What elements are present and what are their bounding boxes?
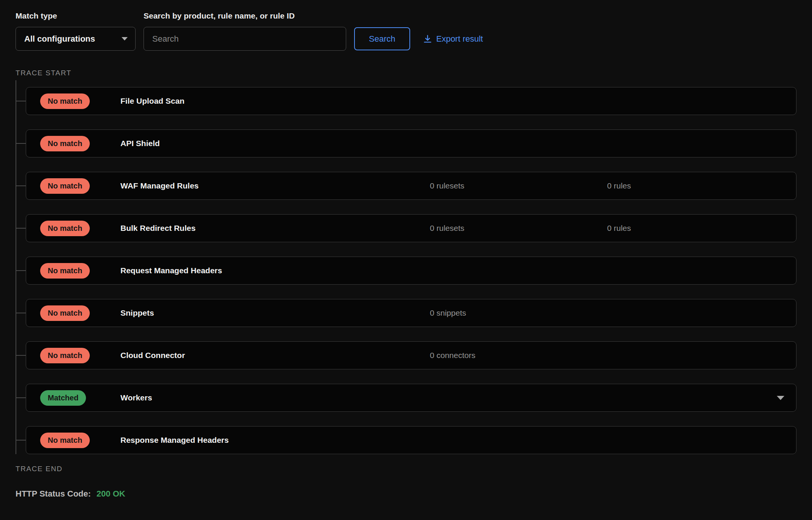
trace-card[interactable]: Matched Workers	[26, 384, 796, 412]
trace-connector-tick	[16, 228, 26, 229]
trace-card: No match Snippets 0 snippets	[26, 299, 796, 327]
http-status-value: 200 OK	[97, 489, 125, 499]
trace-connector-tick	[16, 397, 26, 398]
product-name: Response Managed Headers	[120, 436, 430, 445]
row-stat-secondary: 0 rules	[607, 181, 769, 190]
http-status-label: HTTP Status Code:	[16, 489, 91, 499]
row-stat-secondary: 0 rules	[607, 224, 769, 233]
trace-connector-tick	[16, 101, 26, 101]
row-stat-primary: 0 rulesets	[430, 224, 607, 233]
trace-card: No match Bulk Redirect Rules 0 rulesets …	[26, 214, 796, 242]
row-stat-primary: 0 snippets	[430, 308, 607, 318]
product-name: API Shield	[120, 139, 430, 148]
export-label: Export result	[436, 34, 483, 44]
filters-bar: Match type All configurations Search by …	[16, 11, 796, 51]
search-label: Search by product, rule name, or rule ID	[144, 11, 483, 20]
match-badge: No match	[40, 348, 90, 363]
trace-end-label: TRACE END	[16, 465, 796, 473]
trace-connector-tick	[16, 143, 26, 144]
trace-row: No match Response Managed Headers	[26, 426, 796, 454]
product-name: Bulk Redirect Rules	[120, 224, 430, 233]
trace-row: No match Bulk Redirect Rules 0 rulesets …	[26, 214, 796, 242]
match-type-select[interactable]: All configurations	[16, 27, 136, 51]
match-type-label: Match type	[16, 11, 136, 20]
trace-card: No match Response Managed Headers	[26, 426, 796, 454]
product-name: Request Managed Headers	[120, 266, 430, 275]
product-name: Cloud Connector	[120, 351, 430, 360]
chevron-down-icon[interactable]	[777, 396, 784, 400]
match-type-group: Match type All configurations	[16, 11, 136, 51]
search-group: Search by product, rule name, or rule ID…	[144, 11, 483, 51]
match-badge: No match	[40, 221, 90, 236]
trace-row: No match Snippets 0 snippets	[26, 299, 796, 327]
trace-card: No match File Upload Scan	[26, 87, 796, 115]
product-name: WAF Managed Rules	[120, 181, 430, 190]
export-result-button[interactable]: Export result	[423, 34, 483, 44]
chevron-down-icon	[122, 37, 128, 40]
match-badge: No match	[40, 136, 90, 151]
search-button[interactable]: Search	[354, 27, 410, 50]
http-status-row: HTTP Status Code: 200 OK	[16, 489, 796, 499]
search-input[interactable]	[144, 27, 346, 51]
trace-start-label: TRACE START	[16, 69, 796, 77]
trace-rows: No match File Upload Scan No match API S…	[16, 87, 796, 454]
product-name: Workers	[120, 393, 430, 402]
trace-row: No match WAF Managed Rules 0 rulesets 0 …	[26, 172, 796, 200]
trace-card: No match Cloud Connector 0 connectors	[26, 341, 796, 369]
trace-row: No match API Shield	[26, 129, 796, 157]
match-badge: No match	[40, 433, 90, 448]
trace-row: No match Cloud Connector 0 connectors	[26, 341, 796, 369]
trace-row: Matched Workers	[26, 384, 796, 412]
trace-connector-tick	[16, 355, 26, 356]
trace-row: No match File Upload Scan	[26, 87, 796, 115]
match-badge: Matched	[40, 390, 86, 406]
search-row: Search Export result	[144, 27, 483, 51]
trace-connector-tick	[16, 270, 26, 271]
match-badge: No match	[40, 305, 90, 321]
product-name: Snippets	[120, 308, 430, 318]
download-icon	[423, 34, 432, 44]
match-badge: No match	[40, 178, 90, 194]
match-type-value: All configurations	[24, 34, 95, 44]
row-stat-primary: 0 rulesets	[430, 181, 607, 190]
match-badge: No match	[40, 263, 90, 279]
trace-card: No match API Shield	[26, 129, 796, 157]
trace-connector-tick	[16, 440, 26, 441]
trace-card: No match WAF Managed Rules 0 rulesets 0 …	[26, 172, 796, 200]
trace-row: No match Request Managed Headers	[26, 257, 796, 285]
match-badge: No match	[40, 93, 90, 109]
trace-connector-tick	[16, 313, 26, 313]
row-stat-primary: 0 connectors	[430, 351, 607, 360]
trace-page: Match type All configurations Search by …	[0, 0, 812, 499]
trace-connector-tick	[16, 185, 26, 186]
trace-card: No match Request Managed Headers	[26, 257, 796, 285]
product-name: File Upload Scan	[120, 97, 430, 106]
